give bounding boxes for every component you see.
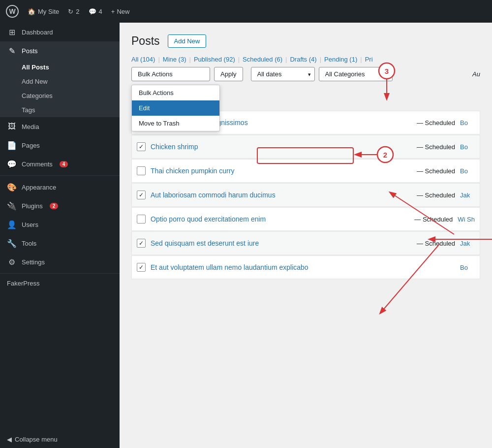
tools-icon: 🔧 bbox=[7, 238, 17, 248]
plugins-badge: 2 bbox=[50, 203, 59, 209]
my-site-link[interactable]: 🏠 My Site bbox=[28, 8, 59, 15]
plus-icon: + bbox=[111, 8, 115, 15]
posts-submenu: All Posts Add New Categories Tags bbox=[0, 60, 120, 117]
apply-button[interactable]: Apply bbox=[214, 67, 243, 81]
filter-bar: All (104) | Mine (3) | Published (92) | … bbox=[131, 56, 480, 63]
table-row: Optio porro quod exercitationem enim — S… bbox=[131, 207, 480, 231]
filter-mine[interactable]: Mine (3) bbox=[163, 56, 186, 63]
dates-select-wrapper: All dates ▾ bbox=[251, 67, 315, 81]
post-checkbox-7[interactable] bbox=[137, 263, 146, 272]
sidebar-nav: ⊞ Dashboard ✎ Posts All Posts Add New Ca… bbox=[0, 23, 120, 431]
sidebar-subitem-all-posts[interactable]: All Posts bbox=[0, 60, 120, 74]
filter-published[interactable]: Published (92) bbox=[194, 56, 235, 63]
sidebar-item-fakerpress[interactable]: FakerPress bbox=[0, 276, 120, 291]
updates-icon: ↻ bbox=[68, 8, 73, 15]
posts-icon: ✎ bbox=[7, 46, 17, 56]
filter-private[interactable]: Pri bbox=[365, 56, 373, 63]
post-checkbox-4[interactable] bbox=[137, 191, 146, 199]
post-checkbox-5[interactable] bbox=[137, 215, 146, 224]
collapse-icon: ◀ bbox=[7, 436, 12, 443]
filter-pending[interactable]: Pending (1) bbox=[324, 56, 357, 63]
pages-icon: 📄 bbox=[7, 140, 17, 150]
sidebar-item-appearance[interactable]: 🎨 Appearance bbox=[0, 178, 120, 196]
new-content-link[interactable]: + New bbox=[111, 8, 130, 15]
categories-select-wrapper: All Categories ▾ bbox=[319, 67, 393, 81]
dates-select[interactable]: All dates bbox=[251, 67, 315, 81]
post-author-2[interactable]: Bo bbox=[460, 143, 475, 151]
post-author-4[interactable]: Jak bbox=[460, 192, 475, 199]
main-layout: ⊞ Dashboard ✎ Posts All Posts Add New Ca… bbox=[0, 23, 492, 448]
appearance-icon: 🎨 bbox=[7, 182, 17, 192]
sidebar-item-dashboard[interactable]: ⊞ Dashboard bbox=[0, 23, 120, 41]
filter-scheduled[interactable]: Scheduled (6) bbox=[243, 56, 282, 63]
sidebar-item-comments[interactable]: 💬 Comments 4 bbox=[0, 155, 120, 173]
table-row: Chicken shrimp — Scheduled Bo bbox=[131, 135, 480, 159]
filter-all[interactable]: All (104) bbox=[131, 56, 155, 63]
comments-icon: 💬 bbox=[89, 8, 96, 15]
users-icon: 👤 bbox=[7, 220, 17, 229]
sidebar-item-posts[interactable]: ✎ Posts bbox=[0, 41, 120, 60]
sidebar: ⊞ Dashboard ✎ Posts All Posts Add New Ca… bbox=[0, 23, 120, 448]
post-title-3[interactable]: Thai chicken pumpkin curry bbox=[151, 167, 412, 175]
post-checkbox-3[interactable] bbox=[137, 166, 146, 175]
sidebar-item-settings[interactable]: ⚙ Settings bbox=[0, 253, 120, 271]
post-title-7[interactable]: Et aut voluptatem ullam nemo laudantium … bbox=[151, 263, 455, 271]
bulk-actions-select[interactable]: Bulk Actions Edit Move to Trash bbox=[131, 67, 210, 81]
admin-bar: W 🏠 My Site ↻ 2 💬 4 + New bbox=[0, 0, 492, 23]
sidebar-item-plugins[interactable]: 🔌 Plugins 2 bbox=[0, 196, 120, 215]
comments-badge: 4 bbox=[60, 161, 68, 167]
page-title: Posts bbox=[131, 34, 160, 48]
home-icon: 🏠 bbox=[28, 8, 35, 15]
filter-drafts[interactable]: Drafts (4) bbox=[290, 56, 316, 63]
post-title-4[interactable]: Aut laboriosam commodi harum ducimus bbox=[151, 191, 412, 199]
bulk-actions-dropdown: Bulk Actions Edit Move to Trash bbox=[131, 85, 220, 131]
collapse-menu-button[interactable]: ◀ Collapse menu bbox=[0, 431, 120, 448]
sidebar-item-tools[interactable]: 🔧 Tools bbox=[0, 234, 120, 253]
comments-nav-icon: 💬 bbox=[7, 159, 17, 169]
author-column-header: Au bbox=[472, 70, 480, 78]
sidebar-subitem-add-new[interactable]: Add New bbox=[0, 74, 120, 89]
comments-link[interactable]: 💬 4 bbox=[89, 8, 102, 15]
sidebar-item-media[interactable]: 🖼 Media bbox=[0, 117, 120, 136]
post-author-5[interactable]: Wi Sh bbox=[458, 216, 475, 223]
table-row: Aut laboriosam commodi harum ducimus — S… bbox=[131, 183, 480, 207]
dropdown-item-bulk-actions[interactable]: Bulk Actions bbox=[132, 85, 219, 100]
updates-link[interactable]: ↻ 2 bbox=[68, 8, 79, 15]
wp-logo-icon[interactable]: W bbox=[6, 5, 19, 18]
sidebar-item-users[interactable]: 👤 Users bbox=[0, 215, 120, 234]
post-author-7[interactable]: Bo bbox=[460, 264, 475, 271]
posts-list: Facilis libero facere dignissimos — Sche… bbox=[131, 111, 480, 279]
table-row: Thai chicken pumpkin curry — Scheduled B… bbox=[131, 159, 480, 183]
post-author-3[interactable]: Bo bbox=[460, 167, 475, 175]
post-checkbox-6[interactable] bbox=[137, 239, 146, 248]
dropdown-item-move-to-trash[interactable]: Move to Trash bbox=[132, 116, 219, 131]
bulk-actions-wrapper: Bulk Actions Edit Move to Trash Bulk Act… bbox=[131, 67, 210, 81]
post-author-1[interactable]: Bo bbox=[460, 119, 475, 127]
main-content: Posts Add New All (104) | Mine (3) | Pub… bbox=[120, 23, 492, 448]
media-icon: 🖼 bbox=[7, 122, 17, 131]
settings-icon: ⚙ bbox=[7, 257, 17, 267]
table-row: Sed quisquam est deserunt est iure — Sch… bbox=[131, 231, 480, 255]
page-header: Posts Add New bbox=[131, 34, 480, 48]
post-title-5[interactable]: Optio porro quod exercitationem enim bbox=[151, 215, 409, 223]
sidebar-subitem-tags[interactable]: Tags bbox=[0, 103, 120, 117]
categories-select[interactable]: All Categories bbox=[319, 67, 393, 81]
dashboard-icon: ⊞ bbox=[7, 27, 17, 37]
sidebar-subitem-categories[interactable]: Categories bbox=[0, 89, 120, 103]
dropdown-item-edit[interactable]: Edit bbox=[132, 100, 219, 116]
add-new-button[interactable]: Add New bbox=[168, 34, 207, 48]
sidebar-item-pages[interactable]: 📄 Pages bbox=[0, 136, 120, 155]
post-checkbox-2[interactable] bbox=[137, 142, 146, 151]
post-title-2[interactable]: Chicken shrimp bbox=[151, 143, 412, 151]
toolbar: Bulk Actions Edit Move to Trash Bulk Act… bbox=[131, 67, 480, 81]
table-row: Et aut voluptatem ullam nemo laudantium … bbox=[131, 256, 480, 279]
post-title-6[interactable]: Sed quisquam est deserunt est iure bbox=[151, 239, 412, 247]
plugins-icon: 🔌 bbox=[7, 201, 17, 211]
post-author-6[interactable]: Jak bbox=[460, 240, 475, 247]
